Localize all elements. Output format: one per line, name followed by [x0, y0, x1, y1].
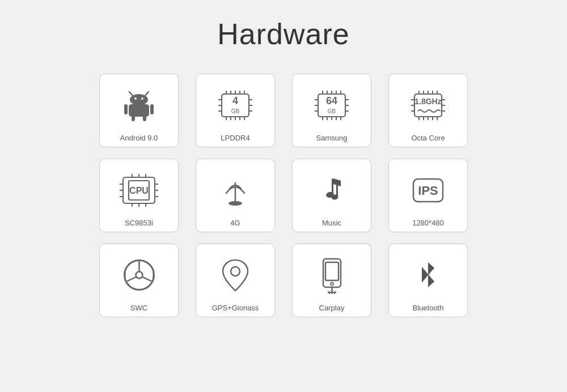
svg-point-94 — [231, 267, 240, 276]
samsung-chip-icon: 64 GB — [311, 81, 352, 129]
octa-core-label: Octa Core — [411, 134, 445, 142]
svg-point-97 — [331, 282, 333, 285]
svg-rect-83 — [332, 178, 333, 194]
card-android: Android 9.0 — [99, 74, 179, 147]
svg-line-92 — [126, 277, 137, 282]
card-swc: SWC — [99, 244, 179, 317]
svg-rect-5 — [129, 104, 149, 117]
card-octa-core: 1.8GHz Octa Core — [388, 74, 468, 147]
music-icon — [315, 166, 349, 214]
carplay-icon — [316, 251, 348, 299]
svg-text:GB: GB — [328, 108, 336, 114]
ips-label: 1280*480 — [412, 219, 444, 227]
lpddr4-label: LPDDR4 — [221, 134, 249, 142]
svg-point-90 — [136, 272, 142, 279]
android-icon — [121, 81, 157, 129]
4g-icon — [218, 166, 252, 214]
card-sc9853i: CPU — [99, 159, 179, 232]
samsung-label: Samsung — [316, 134, 348, 142]
svg-rect-9 — [143, 116, 146, 121]
svg-text:GB: GB — [231, 108, 240, 114]
svg-text:CPU: CPU — [129, 186, 149, 195]
4g-label: 4G — [230, 219, 240, 227]
card-samsung: 64 GB Samsung — [292, 74, 371, 147]
svg-rect-6 — [124, 104, 128, 114]
hardware-grid: Android 9.0 — [99, 74, 468, 317]
cpu-icon: CPU — [119, 166, 159, 214]
card-music: Music — [292, 159, 371, 232]
svg-point-3 — [134, 97, 137, 100]
cpu-freq-icon: 1.8GHz — [408, 81, 448, 129]
sc9853i-label: SC9853i — [125, 219, 153, 227]
svg-point-82 — [229, 201, 242, 206]
card-carplay: Carplay — [292, 244, 371, 317]
music-label: Music — [322, 219, 341, 227]
swc-label: SWC — [130, 304, 147, 312]
svg-rect-7 — [150, 104, 154, 114]
page-title: Hardware — [217, 17, 349, 51]
svg-rect-96 — [325, 262, 338, 280]
svg-point-4 — [141, 97, 143, 100]
gps-icon — [218, 251, 252, 299]
card-4g: 4G — [196, 159, 275, 232]
bluetooth-label: Bluetooth — [413, 304, 444, 312]
ips-icon: IPS — [408, 166, 448, 214]
svg-rect-8 — [132, 116, 135, 121]
hardware-page: Hardware — [0, 0, 567, 392]
card-lpddr4: 4 GB LPDDR4 — [196, 74, 275, 147]
svg-line-93 — [142, 277, 152, 282]
svg-text:1.8GHz: 1.8GHz — [414, 97, 441, 106]
steering-icon — [121, 251, 158, 299]
card-bluetooth: Bluetooth — [388, 244, 468, 317]
svg-text:IPS: IPS — [418, 184, 438, 198]
gps-label: GPS+Glonass — [212, 304, 259, 312]
bluetooth-icon — [414, 251, 442, 299]
android-label: Android 9.0 — [120, 134, 158, 142]
svg-point-2 — [130, 94, 148, 105]
ram-icon: 4 GB — [215, 81, 256, 129]
svg-text:4: 4 — [232, 95, 238, 106]
card-gps: GPS+Glonass — [196, 244, 275, 317]
svg-text:64: 64 — [326, 95, 337, 106]
carplay-label: Carplay — [319, 304, 345, 312]
card-ips: IPS 1280*480 — [388, 159, 468, 232]
svg-rect-85 — [336, 183, 338, 197]
